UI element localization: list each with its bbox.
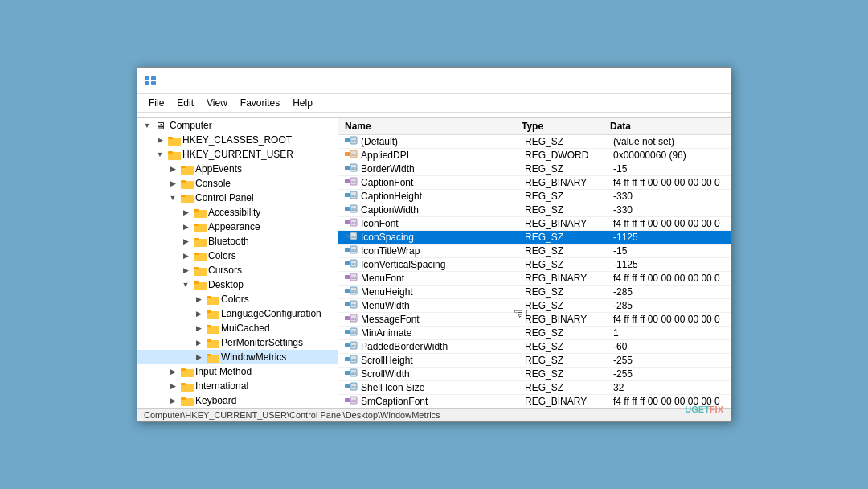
tree-item-accessibility[interactable]: ▶ Accessibility bbox=[137, 205, 338, 220]
table-row[interactable]: ab PaddedBorderWidthREG_SZ-60 bbox=[338, 340, 731, 354]
table-row[interactable]: ab ScrollWidthREG_SZ-255 bbox=[338, 368, 731, 381]
close-button[interactable] bbox=[702, 72, 724, 88]
tree-item-muicached[interactable]: ▶ MuiCached bbox=[137, 321, 338, 335]
reg-icon: ab bbox=[345, 273, 358, 284]
reg-name: MenuHeight bbox=[361, 286, 525, 298]
tree-item-console[interactable]: ▶ Console bbox=[137, 176, 338, 191]
table-row[interactable]: ab ScrollHeightREG_SZ-255 bbox=[338, 354, 731, 368]
svg-rect-5 bbox=[168, 137, 173, 139]
svg-rect-60 bbox=[345, 193, 350, 197]
expand-arrow: ▶ bbox=[166, 394, 179, 407]
tree-item-controlpanel[interactable]: ▼ Control Panel bbox=[137, 191, 338, 205]
reg-data: -330 bbox=[613, 204, 724, 216]
tree-item-colors[interactable]: ▶ Colors bbox=[137, 249, 338, 263]
registry-editor-window: File Edit View Favorites Help ▼ 🖥 Comput… bbox=[137, 67, 731, 422]
tree-label: WindowMetrics bbox=[221, 351, 286, 363]
table-row[interactable]: ab AppliedDPIREG_DWORD0x00000060 (96) bbox=[338, 149, 731, 162]
menu-file[interactable]: File bbox=[142, 96, 170, 110]
tree-label: PerMonitorSettings bbox=[221, 337, 303, 348]
svg-rect-33 bbox=[207, 339, 211, 342]
menu-edit[interactable]: Edit bbox=[170, 96, 200, 110]
table-row[interactable]: ab CaptionFontREG_BINARYf4 ff ff ff 00 0… bbox=[338, 176, 731, 190]
content-panel[interactable]: Name Type Data ab (Default)REG_SZ(value … bbox=[338, 118, 731, 408]
reg-name: ScrollWidth bbox=[361, 368, 525, 380]
tree-item-computer[interactable]: ▼ 🖥 Computer bbox=[137, 118, 338, 133]
tree-item-bluetooth[interactable]: ▶ Bluetooth bbox=[137, 234, 338, 249]
reg-name: SmCaptionFont bbox=[361, 396, 525, 407]
tree-label: HKEY_CLASSES_ROOT bbox=[182, 134, 292, 146]
expand-arrow: ▼ bbox=[154, 148, 166, 161]
reg-icon: ab bbox=[345, 382, 358, 393]
tree-label: International bbox=[195, 380, 248, 392]
reg-name: ScrollHeight bbox=[361, 355, 525, 366]
table-row[interactable]: ab IconVerticalSpacingREG_SZ-1125 bbox=[338, 258, 731, 272]
tree-item-langconfig[interactable]: ▶ LanguageConfiguration bbox=[137, 306, 338, 321]
reg-type: REG_BINARY bbox=[525, 396, 613, 407]
tree-label: Computer bbox=[170, 120, 212, 131]
svg-rect-7 bbox=[168, 151, 173, 154]
table-row[interactable]: ab MenuWidthREG_SZ-285 bbox=[338, 299, 731, 313]
tree-item-cursors[interactable]: ▶ Cursors bbox=[137, 263, 338, 277]
title-bar-left bbox=[144, 74, 162, 87]
maximize-button[interactable] bbox=[678, 72, 700, 88]
reg-icon: ab bbox=[345, 191, 358, 202]
col-header-data: Data bbox=[610, 121, 724, 132]
menu-favorites[interactable]: Favorites bbox=[234, 96, 286, 110]
tree-item-windowmetrics[interactable]: ▶ WindowMetrics bbox=[137, 350, 338, 364]
table-row[interactable]: ab MessageFontREG_BINARYf4 ff ff ff 00 0… bbox=[338, 313, 731, 327]
menu-bar: File Edit View Favorites Help bbox=[137, 94, 731, 113]
svg-text:ab: ab bbox=[351, 207, 356, 212]
table-row[interactable]: ab IconSpacingREG_SZ-1125 bbox=[338, 231, 731, 244]
table-row[interactable]: ab CaptionHeightREG_SZ-330 bbox=[338, 190, 731, 203]
tree-item-permonitor[interactable]: ▶ PerMonitorSettings bbox=[137, 335, 338, 350]
svg-text:ab: ab bbox=[351, 138, 356, 143]
table-row[interactable]: ab Shell Icon SizeREG_SZ32 bbox=[338, 381, 731, 395]
reg-icon: ab bbox=[345, 327, 358, 339]
tree-panel[interactable]: ▼ 🖥 Computer ▶ HKEY_CLASSES_ROOT ▼ HKEY_… bbox=[137, 118, 338, 408]
tree-item-desktop[interactable]: ▼ Desktop bbox=[137, 277, 338, 292]
menu-help[interactable]: Help bbox=[286, 96, 319, 110]
menu-view[interactable]: View bbox=[200, 96, 234, 110]
svg-rect-69 bbox=[345, 234, 350, 238]
tree-item-inputmethod[interactable]: ▶ Input Method bbox=[137, 364, 338, 379]
table-row[interactable]: ab MenuHeightREG_SZ-285 bbox=[338, 286, 731, 299]
svg-rect-41 bbox=[181, 397, 186, 400]
reg-name: BorderWidth bbox=[361, 163, 525, 175]
col-header-name: Name bbox=[345, 121, 522, 132]
table-row[interactable]: ab IconTitleWrapREG_SZ-15 bbox=[338, 244, 731, 258]
svg-rect-2 bbox=[145, 81, 149, 85]
tree-item-international[interactable]: ▶ International bbox=[137, 379, 338, 393]
folder-icon bbox=[181, 163, 194, 175]
tree-item-appearance[interactable]: ▶ Appearance bbox=[137, 220, 338, 234]
reg-type: REG_SZ bbox=[525, 368, 613, 380]
tree-item-hkcu[interactable]: ▼ HKEY_CURRENT_USER bbox=[137, 147, 338, 162]
reg-data: -255 bbox=[613, 355, 724, 366]
svg-rect-3 bbox=[151, 81, 156, 85]
table-row[interactable]: ab CaptionWidthREG_SZ-330 bbox=[338, 203, 731, 217]
svg-rect-66 bbox=[345, 220, 350, 224]
expand-arrow: ▼ bbox=[166, 191, 179, 204]
table-row[interactable]: ab MenuFontREG_BINARYf4 ff ff ff 00 00 0… bbox=[338, 272, 731, 286]
table-row[interactable]: ab SmCaptionFontREG_BINARYf4 ff ff ff 00… bbox=[338, 395, 731, 408]
expand-arrow: ▶ bbox=[166, 380, 179, 392]
tree-item-keyboard[interactable]: ▶ Keyboard bbox=[137, 393, 338, 408]
folder-open-icon bbox=[194, 279, 207, 290]
reg-name: IconSpacing bbox=[361, 232, 525, 243]
svg-text:ab: ab bbox=[351, 152, 356, 157]
expand-arrow: ▶ bbox=[166, 162, 179, 175]
tree-item-desktop-colors[interactable]: ▶ Colors bbox=[137, 292, 338, 306]
reg-type: REG_BINARY bbox=[525, 314, 613, 325]
reg-data: -255 bbox=[613, 368, 724, 380]
table-row[interactable]: ab MinAnimateREG_SZ1 bbox=[338, 327, 731, 340]
reg-name: IconVerticalSpacing bbox=[361, 259, 525, 270]
tree-item-hkcr[interactable]: ▶ HKEY_CLASSES_ROOT bbox=[137, 133, 338, 147]
table-row[interactable]: ab IconFontREG_BINARYf4 ff ff ff 00 00 0… bbox=[338, 217, 731, 231]
table-row[interactable]: ab (Default)REG_SZ(value not set) bbox=[338, 135, 731, 149]
expand-arrow: ▶ bbox=[192, 293, 205, 306]
tree-label: AppEvents bbox=[195, 163, 242, 175]
table-row[interactable]: ab BorderWidthREG_SZ-15 bbox=[338, 162, 731, 176]
reg-type: REG_SZ bbox=[525, 355, 613, 366]
svg-rect-15 bbox=[194, 209, 199, 212]
tree-item-appevents[interactable]: ▶ AppEvents bbox=[137, 162, 338, 176]
minimize-button[interactable] bbox=[653, 72, 676, 88]
